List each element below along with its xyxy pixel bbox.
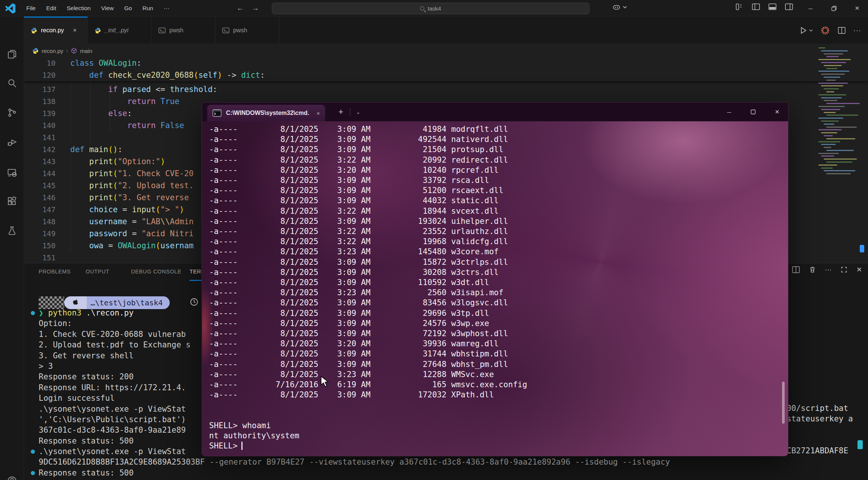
listing-row: -a---- 8/1/2025 3:09 AM 41984 modrqflt.d… <box>209 124 788 134</box>
breadcrumb: recon.py › main <box>24 44 868 57</box>
run-python-button[interactable] <box>800 27 813 34</box>
source-control-icon[interactable] <box>7 107 17 118</box>
listing-row: -a---- 8/1/2025 3:20 AM 10240 rpcref.dll <box>209 165 788 175</box>
tab-reconpy[interactable]: recon.py× <box>24 17 88 44</box>
cmd-scrollbar[interactable] <box>782 382 785 424</box>
editor-actions: ··· <box>800 17 866 44</box>
line-number: 149 <box>24 229 56 238</box>
cmd-minimize-button[interactable]: ─ <box>720 103 738 121</box>
copilot-button[interactable] <box>612 3 627 11</box>
minimap-line <box>818 83 848 84</box>
menu-edit[interactable]: Edit <box>41 3 62 14</box>
listing-row: -a---- 8/1/2025 3:09 AM 29696 w3tp.dll <box>209 308 788 318</box>
listing-row: -a---- 8/1/2025 3:09 AM 31744 wbhstipm.d… <box>209 349 788 359</box>
minimap-line <box>818 153 839 154</box>
panel-tab-debug-console[interactable]: DEBUG CONSOLE <box>131 269 181 275</box>
extensions-icon[interactable] <box>7 196 17 207</box>
line-number: 142 <box>24 145 56 154</box>
explorer-icon[interactable] <box>7 49 17 59</box>
menu-go[interactable]: Go <box>119 3 137 14</box>
minimap-line <box>818 71 849 72</box>
command-decoration-dot[interactable] <box>31 450 35 454</box>
listing-row: -a---- 8/1/2025 3:09 AM 172032 XPath.dll <box>209 390 788 400</box>
minimap-line <box>821 132 837 133</box>
kill-terminal-icon[interactable] <box>808 266 817 274</box>
code-text: class OWALogin: <box>70 59 142 68</box>
toggle-secondary-sidebar-icon[interactable] <box>785 3 793 11</box>
starburst-extension-icon[interactable] <box>820 26 830 35</box>
minimap[interactable] <box>818 47 863 177</box>
panel-more-actions-icon[interactable]: ··· <box>825 266 832 274</box>
editor-scroll-accent <box>860 245 864 252</box>
maximize-panel-icon[interactable] <box>840 266 848 274</box>
menu-[interactable]: ··· <box>158 3 175 14</box>
minimap-line <box>826 138 855 139</box>
minimap-line <box>821 144 836 145</box>
tab-pwsh[interactable]: pwsh <box>215 17 279 44</box>
cmd-tab[interactable]: C:\WINDOWS\system32\cmd. × <box>207 105 325 121</box>
minimap-line <box>826 56 839 57</box>
code-line: 137 if parsed <= threshold: <box>24 83 868 95</box>
nav-back-icon[interactable]: ← <box>237 4 244 12</box>
prompt-apple-segment <box>64 296 87 309</box>
cmd-tab-dropdown-icon[interactable]: ⌄ <box>352 106 364 118</box>
line-number: 148 <box>24 217 56 226</box>
search-command-center[interactable]: task4 <box>272 3 589 14</box>
line-number: 147 <box>24 205 56 214</box>
minimap-line <box>818 165 837 166</box>
breadcrumb-symbol[interactable]: main <box>80 48 92 54</box>
terminal-line-fragment: 00/script.bat <box>787 404 848 413</box>
menu-file[interactable]: File <box>21 3 41 14</box>
minimap-line <box>826 115 858 116</box>
close-panel-icon[interactable]: ✕ <box>856 266 862 274</box>
toggle-panel-icon[interactable] <box>768 3 777 11</box>
menu-selection[interactable]: Selection <box>62 3 96 14</box>
toggle-editor-layout-icon[interactable] <box>735 3 744 11</box>
vscode-logo-icon <box>5 3 15 14</box>
code-text: owa = OWALogin(usernam <box>70 241 194 250</box>
editor-more-actions[interactable]: ··· <box>853 27 861 35</box>
cmd-tab-close-icon[interactable]: × <box>316 110 320 116</box>
cmd-body[interactable]: -a---- 8/1/2025 3:09 AM 41984 modrqflt.d… <box>202 121 788 456</box>
run-and-debug-icon[interactable] <box>7 137 17 147</box>
code-text: password = "acid Nitri <box>70 229 194 238</box>
testing-icon[interactable] <box>7 225 17 236</box>
menu-view[interactable]: View <box>96 3 119 14</box>
terminal-line: 9DC516D621D8B8BF13A2C9E8689A25303BF --ge… <box>39 457 670 467</box>
listing-row: -a---- 8/1/2025 3:09 AM 27648 wbhst_pm.d… <box>209 359 788 370</box>
tab-label: _init_.pyi <box>105 27 128 34</box>
remote-explorer-icon[interactable] <box>7 167 17 178</box>
split-editor-icon[interactable] <box>838 27 846 34</box>
tab-pwsh[interactable]: pwsh <box>152 17 215 44</box>
menu-run[interactable]: Run <box>137 3 158 14</box>
tab-initpyi[interactable]: _init_.pyi <box>88 17 152 44</box>
blank-line <box>209 411 788 421</box>
command-decoration-dot[interactable] <box>31 471 35 475</box>
accounts-icon[interactable] <box>7 475 17 480</box>
line-number: 146 <box>24 193 56 202</box>
cmd-maximize-button[interactable] <box>744 103 762 121</box>
nav-forward-icon[interactable]: → <box>252 4 259 12</box>
cmd-terminal-window[interactable]: C:\WINDOWS\system32\cmd. × + ⌄ ─ ✕ -a---… <box>202 102 788 456</box>
window-minimize-button[interactable]: ─ <box>802 0 819 17</box>
listing-row: -a---- 8/1/2025 3:09 AM 83456 w3logsvc.d… <box>209 298 788 308</box>
search-sidebar-icon[interactable] <box>7 78 17 89</box>
panel-tab-problems[interactable]: PROBLEMS <box>39 269 71 275</box>
minimap-line <box>824 88 839 89</box>
window-restore-button[interactable] <box>825 0 842 17</box>
cmd-close-button[interactable]: ✕ <box>769 103 786 121</box>
tab-close-icon[interactable]: × <box>73 27 76 34</box>
cmd-new-tab-button[interactable]: + <box>334 106 348 118</box>
breadcrumb-file[interactable]: recon.py <box>42 48 63 54</box>
blank-line <box>209 400 788 410</box>
split-terminal-icon[interactable] <box>792 266 800 273</box>
code-text: def check_cve2020_0688(self) -> dict: <box>70 71 265 80</box>
cmd-title-bar[interactable]: C:\WINDOWS\system32\cmd. × + ⌄ ─ ✕ <box>202 103 788 121</box>
python-file-icon <box>32 48 39 54</box>
panel-tab-output[interactable]: OUTPUT <box>86 269 109 275</box>
listing-row: -a---- 8/1/2025 3:23 AM 145480 w3core.mo… <box>209 247 788 257</box>
minimap-line <box>821 109 840 110</box>
toggle-sidebar-icon[interactable] <box>752 3 760 11</box>
command-decoration-dot[interactable] <box>31 311 35 315</box>
window-close-button[interactable]: ✕ <box>848 0 866 17</box>
